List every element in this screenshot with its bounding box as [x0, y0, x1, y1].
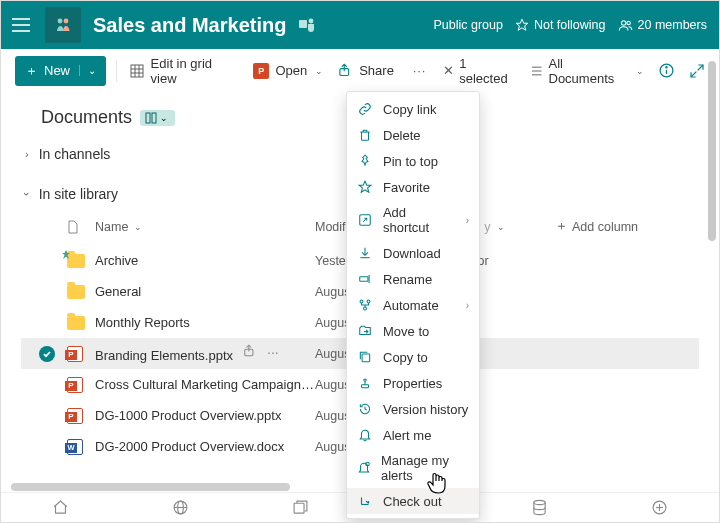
- command-bar: ＋ New ⌄ Edit in grid view P Open ⌄ Share…: [1, 49, 719, 93]
- more-actions-button[interactable]: ···: [406, 57, 433, 85]
- open-button[interactable]: P Open ⌄: [251, 59, 325, 83]
- share-label: Share: [359, 63, 394, 78]
- star-icon: [357, 179, 373, 195]
- menu-item-label: Alert me: [383, 428, 431, 443]
- new-label: New: [44, 63, 70, 78]
- file-name[interactable]: Archive: [95, 253, 315, 268]
- menu-item-copy-to[interactable]: Copy to: [347, 344, 479, 370]
- plus-icon: ＋: [555, 218, 568, 235]
- svg-rect-5: [299, 20, 307, 28]
- menu-item-add-shortcut[interactable]: Add shortcut›: [347, 200, 479, 240]
- menu-item-label: Favorite: [383, 180, 430, 195]
- file-name[interactable]: Cross Cultural Marketing Campaigns.pptx: [95, 377, 315, 392]
- menu-item-version-history[interactable]: Version history: [347, 396, 479, 422]
- svg-point-29: [367, 300, 370, 303]
- svg-rect-10: [131, 65, 143, 77]
- svg-marker-25: [359, 181, 371, 192]
- history-icon: [357, 401, 373, 417]
- context-menu: Copy linkDeletePin to topFavoriteAdd sho…: [346, 91, 480, 519]
- nav-cards-icon[interactable]: [290, 498, 310, 518]
- selection-status[interactable]: ✕ 1 selected: [443, 56, 516, 86]
- more-icon[interactable]: ···: [267, 344, 279, 360]
- file-type-icon: [67, 377, 95, 393]
- menu-item-manage-my-alerts[interactable]: Manage my alerts: [347, 448, 479, 488]
- props-icon: [357, 375, 373, 391]
- file-name[interactable]: Branding Elements.pptx···: [95, 344, 315, 363]
- chevron-down-icon: ⌄: [79, 65, 96, 76]
- app-launcher-icon[interactable]: [9, 13, 33, 37]
- bell-icon: [357, 427, 373, 443]
- file-type-icon: [67, 408, 95, 424]
- expand-icon[interactable]: [689, 63, 705, 79]
- file-type-icon: [67, 439, 95, 455]
- row-select[interactable]: [27, 346, 67, 362]
- column-type[interactable]: [67, 220, 95, 234]
- rename-icon: [357, 271, 373, 287]
- menu-item-move-to[interactable]: Move to: [347, 318, 479, 344]
- vertical-scrollbar[interactable]: [708, 61, 716, 421]
- menu-item-check-out[interactable]: Check out: [347, 488, 479, 514]
- close-icon[interactable]: ✕: [443, 63, 454, 78]
- column-name[interactable]: Name⌄: [95, 220, 315, 234]
- menu-item-delete[interactable]: Delete: [347, 122, 479, 148]
- file-name[interactable]: DG-2000 Product Overview.docx: [95, 439, 315, 454]
- edit-grid-button[interactable]: Edit in grid view: [127, 52, 241, 90]
- members-label: 20 members: [638, 18, 707, 32]
- menu-item-label: Rename: [383, 272, 432, 287]
- chevron-right-icon: ›: [25, 148, 29, 160]
- menu-item-pin-to-top[interactable]: Pin to top: [347, 148, 479, 174]
- view-switcher[interactable]: All Documents ⌄: [530, 56, 644, 86]
- menu-item-label: Version history: [383, 402, 468, 417]
- file-type-icon: [67, 285, 95, 299]
- nav-home-icon[interactable]: [51, 498, 71, 518]
- svg-point-9: [626, 21, 629, 24]
- menu-item-label: Check out: [383, 494, 442, 509]
- site-logo[interactable]: [45, 7, 81, 43]
- selected-label: 1 selected: [459, 56, 516, 86]
- members-link[interactable]: 20 members: [618, 18, 707, 33]
- file-name[interactable]: Monthly Reports: [95, 315, 315, 330]
- nav-globe-icon[interactable]: [170, 498, 190, 518]
- teams-icon[interactable]: [298, 16, 316, 34]
- view-chip[interactable]: ⌄: [140, 110, 175, 126]
- svg-rect-31: [362, 354, 370, 362]
- add-column-button[interactable]: ＋Add column: [555, 218, 655, 235]
- download-icon: [357, 245, 373, 261]
- chevron-down-icon: ⌄: [636, 66, 644, 76]
- menu-item-label: Manage my alerts: [381, 453, 469, 483]
- group-label: In channels: [39, 146, 111, 162]
- svg-marker-7: [516, 19, 528, 30]
- menu-item-properties[interactable]: Properties: [347, 370, 479, 396]
- site-title[interactable]: Sales and Marketing: [93, 14, 286, 37]
- nav-add-icon[interactable]: [649, 498, 669, 518]
- flow-icon: [357, 297, 373, 313]
- library-title: Documents: [41, 107, 132, 128]
- menu-item-automate[interactable]: Automate›: [347, 292, 479, 318]
- menu-item-favorite[interactable]: Favorite: [347, 174, 479, 200]
- menu-item-label: Pin to top: [383, 154, 438, 169]
- menu-item-download[interactable]: Download: [347, 240, 479, 266]
- group-visibility[interactable]: Public group: [433, 18, 503, 32]
- follow-toggle[interactable]: Not following: [515, 18, 606, 32]
- nav-data-icon[interactable]: [529, 498, 549, 518]
- menu-item-label: Copy link: [383, 102, 436, 117]
- moveto-icon: [357, 323, 373, 339]
- chevron-right-icon: ›: [466, 300, 469, 311]
- share-button[interactable]: Share: [335, 59, 396, 83]
- menu-item-label: Download: [383, 246, 441, 261]
- menu-item-rename[interactable]: Rename: [347, 266, 479, 292]
- trash-icon: [357, 127, 373, 143]
- info-icon[interactable]: [658, 62, 675, 79]
- powerpoint-icon: P: [253, 63, 269, 79]
- copyto-icon: [357, 349, 373, 365]
- menu-item-copy-link[interactable]: Copy link: [347, 96, 479, 122]
- file-name[interactable]: DG-1000 Product Overview.pptx: [95, 408, 315, 423]
- svg-rect-38: [294, 503, 304, 513]
- share-icon[interactable]: [243, 344, 257, 360]
- menu-item-alert-me[interactable]: Alert me: [347, 422, 479, 448]
- new-button[interactable]: ＋ New ⌄: [15, 56, 106, 86]
- chevron-down-icon: ⌄: [315, 66, 323, 76]
- file-type-icon: [67, 346, 95, 362]
- view-label: All Documents: [549, 56, 630, 86]
- file-name[interactable]: General: [95, 284, 315, 299]
